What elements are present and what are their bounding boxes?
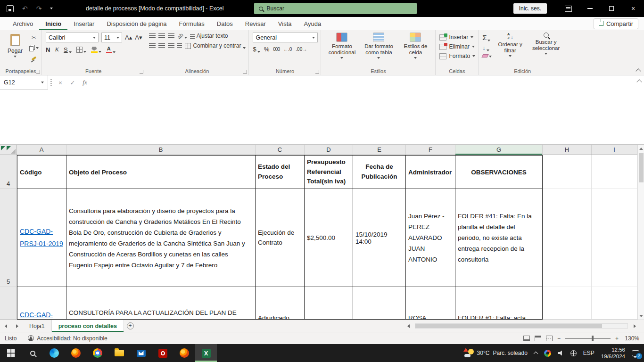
minimize-button[interactable] [579, 0, 601, 17]
insert-cells-button[interactable]: Insertar [439, 34, 475, 41]
col-header-D[interactable]: D [305, 145, 353, 155]
cell-I5[interactable] [592, 189, 637, 287]
start-button[interactable] [0, 344, 22, 362]
number-dialog-launcher-icon[interactable] [315, 70, 319, 74]
format-cells-button[interactable]: Formato [439, 53, 475, 59]
fill-button[interactable]: ↓ [482, 44, 492, 51]
enter-icon[interactable]: ✓ [66, 75, 79, 90]
language-indicator[interactable]: ESP [583, 350, 594, 356]
taskbar-firefox-button[interactable] [65, 344, 87, 362]
cell-E4[interactable]: Fecha de Publicación [353, 155, 406, 189]
cell-B6[interactable]: CONSULTORÍA PARA LA ACTUALIZACIÓN DEL PL… [66, 287, 256, 320]
decrease-indent-icon[interactable] [177, 43, 182, 48]
taskbar-search-button[interactable] [22, 344, 43, 362]
taskbar-explorer-button[interactable] [108, 344, 130, 362]
view-page-layout-icon[interactable] [535, 336, 541, 341]
new-sheet-button[interactable]: + [124, 320, 136, 332]
col-header-C[interactable]: C [256, 145, 305, 155]
percent-button[interactable]: % [264, 46, 270, 53]
find-select-button[interactable]: Buscar y seleccionar [528, 33, 563, 67]
tray-expand-icon[interactable] [533, 352, 538, 356]
col-header-A[interactable]: A [17, 145, 66, 155]
row-header-4[interactable]: 4 [0, 155, 17, 189]
align-right-icon[interactable] [168, 43, 174, 48]
cell-D5[interactable]: $2,500.00 [305, 189, 353, 287]
grow-font-button[interactable]: A▴ [125, 34, 132, 41]
undo-icon[interactable]: ↶ [22, 5, 28, 12]
cell-B4[interactable]: Objeto del Proceso [66, 155, 256, 189]
increase-decimal-button[interactable]: ←.0 [283, 47, 292, 52]
view-page-break-icon[interactable] [546, 336, 553, 341]
sheet-nav-next-icon[interactable] [11, 320, 23, 332]
cell-E6[interactable] [353, 287, 406, 320]
name-box-resize-handle[interactable] [50, 79, 52, 86]
close-button[interactable]: × [622, 0, 644, 17]
cell-A4[interactable]: Código [17, 155, 66, 189]
font-name-select[interactable]: Calibri [46, 33, 99, 42]
zoom-level[interactable]: 130% [623, 335, 639, 342]
redo-icon[interactable]: ↷ [36, 5, 42, 12]
ribbon-tab-ayuda[interactable]: Ayuda [298, 17, 328, 30]
italic-button[interactable]: K [55, 46, 59, 53]
cell-H6[interactable] [543, 287, 592, 320]
taskbar-firefox2-button[interactable] [173, 344, 195, 362]
orientation-button[interactable]: ab [177, 33, 187, 39]
fill-color-button[interactable] [91, 47, 101, 53]
cell-D6[interactable] [305, 287, 353, 320]
borders-button[interactable] [76, 47, 86, 53]
copy-button[interactable] [29, 44, 39, 52]
clear-button[interactable] [482, 54, 492, 58]
ribbon-tab-formulas[interactable]: Fórmulas [173, 17, 211, 30]
sheet-nav-prev-icon[interactable] [0, 320, 11, 332]
decrease-decimal-button[interactable]: .00→ [296, 47, 307, 52]
format-painter-button[interactable] [29, 54, 39, 62]
sign-in-button[interactable]: Inic. ses. [513, 3, 547, 14]
cell-C5[interactable]: Ejecución de Contrato [256, 189, 305, 287]
col-header-I[interactable]: I [592, 145, 637, 155]
clipboard-dialog-launcher-icon[interactable] [36, 70, 40, 74]
shrink-font-button[interactable]: A▾ [135, 34, 142, 41]
underline-button[interactable]: S [64, 46, 72, 53]
zoom-in-button[interactable]: + [615, 335, 619, 342]
share-button[interactable]: Compartir [594, 18, 638, 29]
col-header-H[interactable]: H [543, 145, 592, 155]
cell-I4[interactable] [592, 155, 637, 189]
merge-center-button[interactable]: Combinar y centrar [185, 42, 246, 49]
font-size-select[interactable]: 11 [101, 33, 122, 42]
cell-A5[interactable]: CDC-GAD-PRSJ-01-2019 [17, 189, 66, 287]
align-top-icon[interactable] [149, 33, 156, 38]
weather-widget[interactable]: 30°C Parc. soleado [464, 349, 528, 357]
cell-C4[interactable]: Estado del Proceso [256, 155, 305, 189]
hscroll-right-icon[interactable] [629, 324, 640, 328]
taskbar-excel-button[interactable]: X [195, 344, 217, 362]
cell-B5[interactable]: Consultoria para elaboración y diseño de… [66, 189, 256, 287]
select-all-corner[interactable] [0, 145, 17, 155]
ribbon-tab-insertar[interactable]: Insertar [67, 17, 100, 30]
ribbon-tab-archivo[interactable]: Archivo [7, 17, 39, 30]
font-color-button[interactable]: A [106, 46, 116, 53]
bold-button[interactable]: N [46, 46, 50, 53]
taskbar-chrome-button[interactable] [87, 344, 108, 362]
align-center-icon[interactable] [158, 43, 165, 48]
view-normal-icon[interactable] [523, 336, 530, 341]
save-icon[interactable] [7, 5, 14, 12]
cell-G6[interactable]: FOLDER #1: Falta: acta [455, 287, 543, 320]
vertical-scroll-thumb[interactable] [639, 153, 644, 182]
formula-input[interactable] [91, 75, 644, 90]
ribbon-display-options-button[interactable] [557, 0, 579, 17]
ribbon-tab-vista[interactable]: Vista [272, 17, 298, 30]
sort-filter-button[interactable]: AZ↓ Ordenar y filtrar [495, 33, 526, 67]
google-tray-icon[interactable] [544, 350, 551, 357]
col-header-E[interactable]: E [353, 145, 406, 155]
notification-center-icon[interactable]: 2 [632, 350, 639, 356]
row-header-6[interactable] [0, 287, 17, 320]
sheet-tab-proceso-con-detalles[interactable]: proceso con detalles [52, 320, 124, 332]
accessibility-status[interactable]: Accesibilidad: No disponible [28, 335, 107, 342]
format-as-table-button[interactable]: Dar formato como tabla [362, 33, 396, 67]
network-icon[interactable] [570, 350, 577, 356]
align-bottom-icon[interactable] [168, 33, 174, 38]
insert-function-icon[interactable]: fx [79, 75, 91, 90]
cell-link[interactable]: CDC-GAD- [20, 309, 53, 320]
cell-I6[interactable] [592, 287, 637, 320]
row-header-5[interactable]: 5 [0, 189, 17, 287]
